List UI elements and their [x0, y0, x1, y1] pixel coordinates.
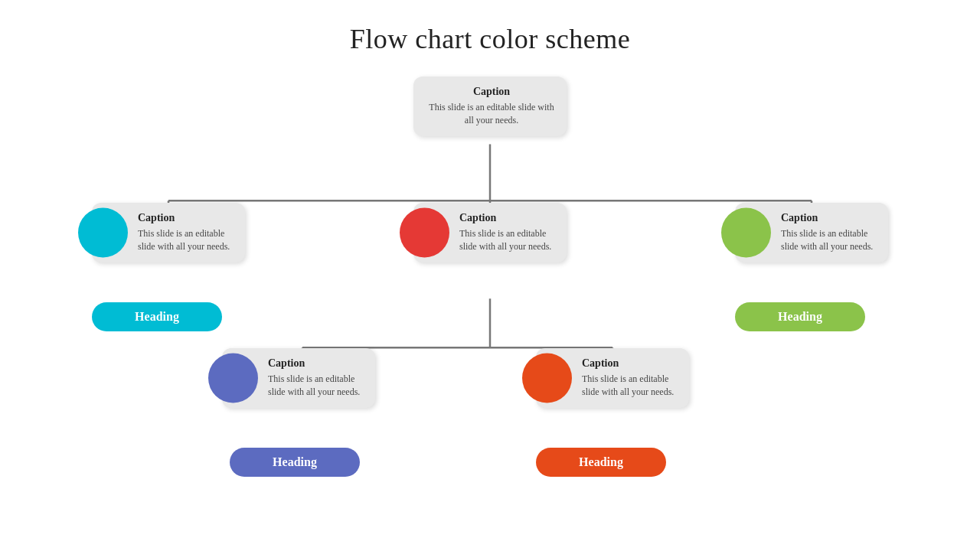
heading-btn-lower-left[interactable]: Heading	[230, 448, 360, 477]
heading-btn-left[interactable]: Heading	[92, 302, 222, 331]
heading-btn-right[interactable]: Heading	[735, 302, 865, 331]
root-card: Caption This slide is an editable slide …	[413, 77, 567, 136]
card-lower-right: Caption This slide is an editable slide …	[536, 348, 689, 408]
left-caption-title: Caption	[138, 212, 234, 224]
blob-right	[721, 207, 771, 257]
lower-right-caption-title: Caption	[582, 357, 678, 370]
blob-left	[78, 207, 128, 257]
card-right: Caption This slide is an editable slide …	[735, 203, 888, 262]
right-caption-title: Caption	[781, 212, 877, 224]
right-caption-text: This slide is an editable slide with all…	[781, 227, 877, 253]
card-lower-left: Caption This slide is an editable slide …	[222, 348, 375, 408]
center-caption-text: This slide is an editable slide with all…	[459, 227, 556, 253]
card-left: Caption This slide is an editable slide …	[92, 203, 245, 262]
root-caption-text: This slide is an editable slide with all…	[427, 101, 556, 127]
lower-right-caption-text: This slide is an editable slide with all…	[582, 373, 678, 399]
lower-left-caption-text: This slide is an editable slide with all…	[268, 373, 364, 399]
flowchart: Caption This slide is an editable slide …	[0, 69, 980, 551]
blob-lower-right	[522, 353, 572, 403]
blob-lower-left	[208, 353, 258, 403]
center-caption-title: Caption	[459, 212, 556, 224]
root-caption-title: Caption	[427, 86, 556, 98]
blob-center	[400, 207, 449, 257]
lower-left-caption-title: Caption	[268, 357, 364, 370]
left-caption-text: This slide is an editable slide with all…	[138, 227, 234, 253]
page-title: Flow chart color scheme	[0, 0, 980, 55]
card-center: Caption This slide is an editable slide …	[413, 203, 567, 262]
heading-btn-lower-right[interactable]: Heading	[536, 448, 666, 477]
